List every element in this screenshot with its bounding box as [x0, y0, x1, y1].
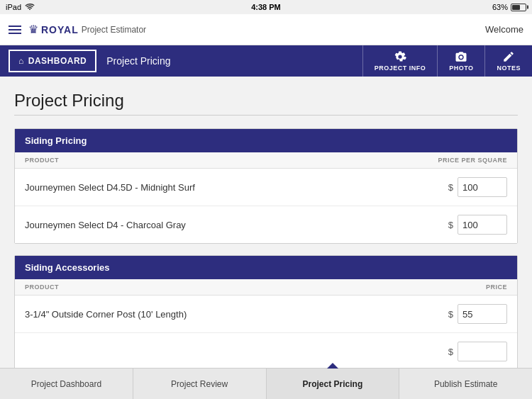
app-header: ♛ ROYAL Project Estimator Welcome [0, 14, 532, 45]
nav-actions: PROJECT INFO PHOTO NOTES [362, 45, 532, 77]
price-field: $ [448, 342, 507, 361]
siding-accessories-section: Siding Accessories PRODUCT PRICE 3-1/4" … [14, 255, 518, 368]
price-input[interactable] [458, 177, 507, 197]
status-right: 63% [492, 3, 526, 11]
page-content: Project Pricing Siding Pricing PRODUCT P… [0, 77, 532, 368]
dollar-sign: $ [448, 182, 453, 193]
tab-project-pricing[interactable]: Project Pricing [267, 369, 400, 399]
price-input[interactable] [458, 215, 507, 235]
camera-icon [455, 50, 467, 63]
table-row: Journeymen Select D4 - Charcoal Gray $ [15, 206, 517, 243]
siding-accessories-col-headers: PRODUCT PRICE [15, 279, 517, 296]
tab-project-review[interactable]: Project Review [133, 369, 267, 399]
siding-pricing-col-headers: PRODUCT PRICE PER SQUARE [15, 152, 517, 169]
dollar-sign: $ [448, 347, 453, 357]
page-divider [14, 115, 518, 116]
menu-button[interactable] [9, 26, 21, 34]
logo-sub: Project Estimator [82, 25, 146, 35]
price-field: $ [448, 177, 507, 197]
welcome-text: Welcome [485, 24, 523, 35]
ipad-label: iPad [6, 3, 21, 11]
dashboard-label: DASHBOARD [28, 56, 87, 66]
gear-icon [394, 50, 406, 63]
product-name: Journeymen Select D4.5D - Midnight Surf [25, 182, 195, 193]
status-bar: iPad 4:38 PM 63% [0, 0, 532, 14]
table-row: Journeymen Select D4.5D - Midnight Surf … [15, 169, 517, 206]
status-left: iPad [6, 3, 35, 11]
notes-button[interactable]: NOTES [484, 45, 532, 77]
battery-icon [511, 4, 526, 11]
price-input[interactable] [458, 342, 507, 361]
price-input[interactable] [458, 304, 507, 324]
price-field: $ [448, 304, 507, 324]
siding-pricing-header: Siding Pricing [15, 129, 517, 152]
table-row: 3-1/4" Outside Corner Post (10' Length) … [15, 296, 517, 333]
photo-button[interactable]: PHOTO [437, 45, 484, 77]
col-price-sq-label: PRICE PER SQUARE [438, 157, 507, 164]
nav-page-title: Project Pricing [106, 55, 362, 67]
status-time: 4:38 PM [251, 3, 281, 11]
logo-text: ROYAL [41, 24, 79, 35]
project-info-label: PROJECT INFO [375, 64, 426, 72]
project-info-button[interactable]: PROJECT INFO [362, 45, 438, 77]
tab-label: Project Pricing [303, 379, 363, 389]
col-price-label: PRICE [486, 283, 507, 291]
product-name: 3-1/4" Outside Corner Post (10' Length) [25, 309, 187, 320]
notes-label: NOTES [497, 64, 521, 72]
notes-icon [502, 50, 515, 63]
battery-percent: 63% [492, 3, 508, 11]
wifi-icon [25, 3, 35, 11]
app-logo: ♛ ROYAL Project Estimator [28, 23, 146, 36]
tab-label: Project Review [171, 379, 228, 389]
nav-bar: ⌂ DASHBOARD Project Pricing PROJECT INFO… [0, 45, 532, 77]
product-name: Journeymen Select D4 - Charcoal Gray [25, 220, 186, 230]
col-product-label: PRODUCT [25, 157, 59, 164]
siding-pricing-section: Siding Pricing PRODUCT PRICE PER SQUARE … [14, 128, 518, 244]
home-icon: ⌂ [18, 56, 24, 66]
app-header-left: ♛ ROYAL Project Estimator [9, 23, 146, 36]
tab-project-dashboard[interactable]: Project Dashboard [0, 369, 133, 399]
crown-icon: ♛ [28, 23, 38, 36]
photo-label: PHOTO [449, 64, 473, 72]
dollar-sign: $ [448, 220, 453, 230]
col-product-label: PRODUCT [25, 283, 59, 291]
siding-accessories-header: Siding Accessories [15, 256, 517, 279]
tab-publish-estimate[interactable]: Publish Estimate [399, 369, 532, 399]
tab-label: Project Dashboard [31, 379, 101, 389]
tab-label: Publish Estimate [434, 379, 497, 389]
dashboard-button[interactable]: ⌂ DASHBOARD [9, 50, 96, 72]
table-row: $ [15, 333, 517, 368]
price-field: $ [448, 215, 507, 235]
tab-bar: Project Dashboard Project Review Project… [0, 368, 532, 399]
page-title: Project Pricing [14, 91, 518, 111]
dollar-sign: $ [448, 309, 453, 320]
